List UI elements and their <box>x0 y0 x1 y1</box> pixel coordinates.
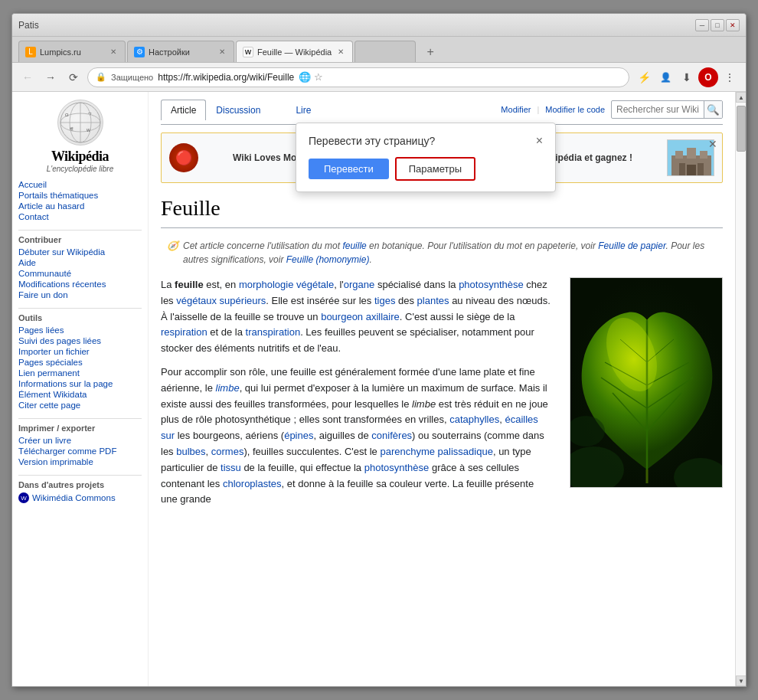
hatnote-link-homonymie[interactable]: Feuille (homonymie) <box>286 254 370 265</box>
sidebar-item-informations[interactable]: Informations sur la page <box>18 378 142 389</box>
article-search[interactable]: 🔍 <box>611 100 723 119</box>
sidebar-item-commons[interactable]: W Wikimédia Commons <box>18 492 142 504</box>
link-tiges[interactable]: tiges <box>374 295 395 306</box>
tab-discussion[interactable]: Discussion <box>206 100 270 120</box>
menu-icon[interactable]: ⋮ <box>720 67 740 87</box>
link-parenchyme[interactable]: parenchyme palissadique <box>380 446 492 457</box>
sidebar-outils-section: Outils Pages liées Suivi des pages liées… <box>18 313 142 411</box>
scrollbar-thumb[interactable] <box>737 106 746 152</box>
link-morphologie[interactable]: morphologie végétale <box>239 279 334 290</box>
refresh-button[interactable]: ⟳ <box>64 68 83 87</box>
svg-text:维: 维 <box>70 126 74 131</box>
bookmark-icon[interactable]: ☆ <box>314 71 323 83</box>
link-vegetaux[interactable]: végétaux supérieurs <box>176 295 266 306</box>
tab-close-lumpics[interactable]: ✕ <box>108 47 119 57</box>
sidebar-item-livre[interactable]: Créer un livre <box>18 435 142 446</box>
minimize-button[interactable]: ─ <box>695 19 709 31</box>
tab-lumpics[interactable]: L Lumpics.ru ✕ <box>18 41 126 62</box>
maximize-button[interactable]: □ <box>711 19 724 31</box>
translate-icon[interactable]: 🌐 <box>299 71 311 83</box>
search-button[interactable]: 🔍 <box>704 100 722 119</box>
user-icon[interactable]: 👤 <box>655 67 675 87</box>
tab-lire[interactable]: Lire <box>286 100 321 120</box>
sidebar-item-pdf[interactable]: Télécharger comme PDF <box>18 446 142 456</box>
scrollbar-up-button[interactable]: ▲ <box>736 92 746 103</box>
article-tabs: Article Discussion Lire <box>161 100 321 119</box>
wiki-logo: Ω ウ 维 W Wikipédia L'encyclopédie libre <box>18 100 142 173</box>
translate-button[interactable]: Перевести <box>309 159 389 179</box>
notice-close-button[interactable]: ✕ <box>708 136 717 152</box>
link-photosynthese-1[interactable]: photosynthèse <box>459 279 524 290</box>
sidebar-item-hasard[interactable]: Article au hasard <box>18 201 142 211</box>
sidebar-item-aide[interactable]: Aide <box>18 257 142 268</box>
svg-rect-13 <box>687 148 696 159</box>
link-cataphylles[interactable]: cataphylles <box>449 414 499 425</box>
back-button[interactable]: ← <box>18 68 37 87</box>
link-respiration[interactable]: respiration <box>161 326 207 338</box>
sidebar-item-pages-speciales[interactable]: Pages spéciales <box>18 357 142 368</box>
hatnote-text: Cet article concerne l'utilisation du mo… <box>183 239 717 267</box>
tab-settings[interactable]: ⚙ Настройки ✕ <box>127 41 234 62</box>
new-tab-button[interactable]: + <box>420 42 440 62</box>
wiki-logo-subtext: L'encyclopédie libre <box>18 165 142 173</box>
address-url: https://fr.wikipedia.org/wiki/Feuille <box>158 72 294 83</box>
svg-text:ウ: ウ <box>88 111 92 116</box>
link-sur[interactable]: sur <box>161 430 175 441</box>
sidebar-item-pages-liees[interactable]: Pages liées <box>18 325 142 335</box>
link-plantes[interactable]: plantes <box>417 295 449 306</box>
params-button[interactable]: Параметры <box>395 157 475 181</box>
link-bourgeon[interactable]: bourgeon axillaire <box>321 311 400 322</box>
hatnote-link-feuille[interactable]: feuille <box>342 240 366 251</box>
link-transpiration[interactable]: transpiration <box>246 326 301 338</box>
article-body: La feuille est, en morphologie végétale,… <box>161 277 723 515</box>
tab-empty[interactable] <box>354 41 416 62</box>
link-epines[interactable]: épines <box>284 430 313 441</box>
close-button[interactable]: ✕ <box>726 19 740 31</box>
search-input[interactable] <box>612 103 704 116</box>
link-cormes[interactable]: cormes <box>211 446 244 457</box>
tab-favicon-wiki: W <box>243 47 253 57</box>
link-limbe[interactable]: limbe <box>216 382 240 394</box>
forward-button[interactable]: → <box>41 68 60 87</box>
sidebar-item-modifications[interactable]: Modifications récentes <box>18 279 142 289</box>
hatnote-link-papier[interactable]: Feuille de papier <box>598 240 665 251</box>
article-para-1: La feuille est, en morphologie végétale,… <box>161 277 553 357</box>
sidebar-item-portails[interactable]: Portails thématiques <box>18 190 142 201</box>
tab-favicon-settings: ⚙ <box>134 47 145 57</box>
scrollbar-down-button[interactable]: ▼ <box>736 675 746 686</box>
sidebar-imprimer-section: Imprimer / exporter Créer un livre Téléc… <box>18 424 142 467</box>
sidebar-item-wikidata[interactable]: Élément Wikidata <box>18 389 142 400</box>
modifier-link[interactable]: Modifier <box>501 103 531 116</box>
sidebar-autres-heading: Dans d'autres projets <box>18 480 142 489</box>
link-coniferes[interactable]: conifères <box>371 430 412 441</box>
download-icon[interactable]: ⬇ <box>677 67 697 87</box>
sidebar-item-suivi[interactable]: Suivi des pages liées <box>18 335 142 346</box>
sidebar-item-imprimable[interactable]: Version imprimable <box>18 456 142 467</box>
sidebar-item-lien-permanent[interactable]: Lien permanent <box>18 368 142 378</box>
sidebar-item-citer[interactable]: Citer cette page <box>18 400 142 411</box>
address-bar[interactable]: 🔒 Защищено https://fr.wikipedia.org/wiki… <box>87 67 629 87</box>
extensions-icon[interactable]: ⚡ <box>634 67 654 87</box>
sidebar-item-contact[interactable]: Contact <box>18 211 142 222</box>
sidebar-item-importer[interactable]: Importer un fichier <box>18 346 142 357</box>
link-organe[interactable]: organe <box>344 279 374 290</box>
sidebar-item-don[interactable]: Faire un don <box>18 289 142 300</box>
link-chloroplastes[interactable]: chloroplastes <box>223 478 282 489</box>
tab-close-settings[interactable]: ✕ <box>217 47 227 57</box>
opera-menu-button[interactable]: O <box>698 67 718 87</box>
link-ecailles[interactable]: écailles <box>505 414 537 425</box>
link-photosynthese-2[interactable]: photosynthèse <box>364 462 430 473</box>
sidebar-item-debuter[interactable]: Débuter sur Wikipédia <box>18 247 142 257</box>
svg-rect-12 <box>700 151 707 159</box>
tab-wikipedia[interactable]: W Feuille — Wikipédia ✕ <box>236 41 353 62</box>
translate-popup-close-button[interactable]: × <box>536 134 543 148</box>
sidebar-item-communaute[interactable]: Communauté <box>18 268 142 279</box>
sidebar-nav-section: Accueil Portails thématiques Article au … <box>18 179 142 222</box>
tab-article[interactable]: Article <box>161 100 206 120</box>
link-tissu[interactable]: tissu <box>221 462 241 473</box>
sidebar-item-accueil[interactable]: Accueil <box>18 179 142 190</box>
link-bulbes[interactable]: bulbes <box>176 446 205 457</box>
scrollbar-track[interactable] <box>736 103 746 675</box>
modifier-code-link[interactable]: Modifier le code <box>545 103 605 116</box>
tab-close-wiki[interactable]: ✕ <box>335 47 346 57</box>
